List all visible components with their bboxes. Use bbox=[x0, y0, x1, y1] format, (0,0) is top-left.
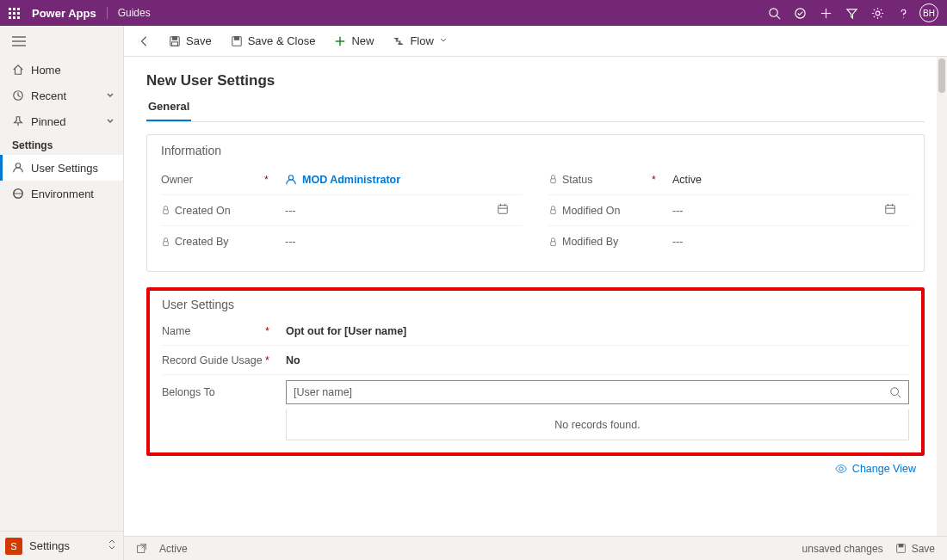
field-value: Opt out for [User name] bbox=[286, 325, 909, 337]
svg-point-5 bbox=[876, 11, 880, 15]
area-badge: S bbox=[5, 538, 22, 555]
field-label: Created On bbox=[161, 205, 264, 217]
required-indicator: * bbox=[265, 325, 286, 337]
back-button[interactable] bbox=[133, 29, 157, 53]
user-avatar[interactable]: BH bbox=[919, 3, 938, 22]
required-indicator: * bbox=[264, 174, 285, 186]
svg-line-35 bbox=[898, 395, 901, 398]
sidebar-item-label: Home bbox=[31, 64, 61, 77]
field-value: --- bbox=[285, 236, 497, 248]
status-value: Active bbox=[159, 543, 188, 555]
form-content: New User Settings General Information Ow… bbox=[124, 57, 947, 536]
belongs-to-field: Belongs To [User name] bbox=[162, 375, 909, 409]
svg-line-38 bbox=[142, 545, 146, 549]
plus-icon bbox=[334, 35, 346, 47]
command-label: Save & Close bbox=[248, 34, 316, 47]
save-button[interactable]: Save bbox=[162, 29, 219, 53]
field-value: --- bbox=[285, 205, 497, 217]
record-guide-usage-field[interactable]: Record Guide Usage * No bbox=[162, 346, 909, 375]
task-icon[interactable] bbox=[787, 0, 813, 26]
information-section: Information Owner * MOD Administrator bbox=[146, 134, 925, 272]
field-value: --- bbox=[672, 205, 884, 217]
search-icon[interactable] bbox=[761, 0, 787, 26]
created-by-field: Created By --- bbox=[161, 226, 523, 257]
lookup-placeholder: [User name] bbox=[294, 386, 352, 398]
lock-icon bbox=[161, 237, 170, 247]
field-label: Name bbox=[162, 325, 265, 337]
owner-field[interactable]: Owner * MOD Administrator bbox=[161, 164, 523, 195]
popout-icon[interactable] bbox=[136, 543, 147, 554]
belongs-to-lookup[interactable]: [User name] bbox=[286, 380, 909, 404]
command-label: New bbox=[351, 34, 374, 47]
sidebar-item-label: Recent bbox=[31, 89, 66, 102]
created-on-field: Created On --- bbox=[161, 195, 523, 226]
save-close-button[interactable]: Save & Close bbox=[224, 29, 323, 53]
lock-icon bbox=[548, 175, 558, 184]
app-launcher-icon[interactable] bbox=[9, 8, 20, 19]
svg-rect-29 bbox=[886, 206, 895, 214]
new-button[interactable]: New bbox=[327, 29, 381, 53]
user-settings-icon bbox=[12, 162, 24, 174]
modified-on-field: Modified On --- bbox=[548, 195, 910, 226]
svg-point-34 bbox=[891, 388, 899, 396]
field-label: Modified On bbox=[548, 205, 652, 217]
calendar-icon bbox=[497, 203, 523, 218]
svg-line-1 bbox=[777, 15, 780, 19]
help-icon[interactable] bbox=[890, 0, 916, 26]
svg-rect-21 bbox=[164, 210, 169, 214]
sidebar-item-pinned[interactable]: Pinned bbox=[0, 108, 123, 134]
command-label: Flow bbox=[410, 34, 433, 47]
tabs: General bbox=[146, 100, 925, 122]
flow-button[interactable]: Flow bbox=[386, 29, 454, 53]
status-field[interactable]: Status * Active bbox=[548, 164, 910, 195]
chevron-down-icon bbox=[439, 34, 448, 47]
chevron-updown-icon bbox=[108, 538, 116, 553]
pin-icon bbox=[12, 115, 24, 127]
svg-rect-14 bbox=[172, 36, 176, 40]
field-label: Modified By bbox=[548, 236, 652, 248]
lock-icon bbox=[548, 206, 558, 215]
hamburger-icon[interactable] bbox=[0, 26, 123, 57]
command-label: Save bbox=[186, 34, 212, 47]
filter-icon[interactable] bbox=[839, 0, 864, 26]
svg-rect-27 bbox=[551, 179, 556, 183]
person-icon bbox=[285, 174, 297, 186]
field-label: Status bbox=[548, 174, 652, 186]
lock-icon bbox=[161, 206, 170, 215]
svg-rect-33 bbox=[551, 241, 556, 245]
unsaved-changes-label: unsaved changes bbox=[802, 543, 883, 555]
brand-name: Power Apps bbox=[32, 7, 96, 20]
svg-rect-26 bbox=[164, 241, 169, 245]
sidebar-item-user-settings[interactable]: User Settings bbox=[0, 155, 123, 181]
footer-save-button[interactable]: Save bbox=[895, 543, 935, 555]
app-name[interactable]: Guides bbox=[107, 7, 151, 19]
sidebar-area-switcher[interactable]: S Settings bbox=[0, 531, 123, 560]
lock-icon bbox=[548, 237, 558, 247]
field-value: No bbox=[286, 354, 909, 366]
sidebar-item-recent[interactable]: Recent bbox=[0, 83, 123, 108]
svg-rect-22 bbox=[498, 206, 508, 214]
name-field[interactable]: Name * Opt out for [User name] bbox=[162, 317, 909, 346]
section-title: User Settings bbox=[162, 298, 909, 311]
sidebar-item-label: Environment bbox=[31, 188, 94, 200]
svg-point-20 bbox=[288, 175, 293, 179]
owner-lookup-value[interactable]: MOD Administrator bbox=[285, 174, 497, 186]
change-view-link[interactable]: Change View bbox=[146, 463, 916, 475]
sidebar-item-environment[interactable]: Environment bbox=[0, 181, 123, 206]
svg-rect-28 bbox=[551, 210, 556, 214]
sidebar-item-label: User Settings bbox=[31, 162, 98, 175]
home-icon bbox=[12, 64, 24, 76]
scrollbar[interactable] bbox=[937, 57, 947, 536]
svg-point-11 bbox=[15, 163, 20, 168]
environment-icon bbox=[12, 188, 24, 200]
eye-icon bbox=[835, 463, 847, 475]
svg-rect-40 bbox=[899, 545, 903, 547]
subgrid-empty-message: No records found. bbox=[286, 409, 909, 440]
tab-general[interactable]: General bbox=[146, 100, 191, 121]
svg-point-36 bbox=[839, 467, 843, 471]
sidebar-item-home[interactable]: Home bbox=[0, 57, 123, 83]
search-icon bbox=[889, 386, 901, 398]
add-icon[interactable] bbox=[813, 0, 839, 26]
gear-icon[interactable] bbox=[864, 0, 890, 26]
command-bar: Save Save & Close New Flow bbox=[124, 26, 947, 57]
